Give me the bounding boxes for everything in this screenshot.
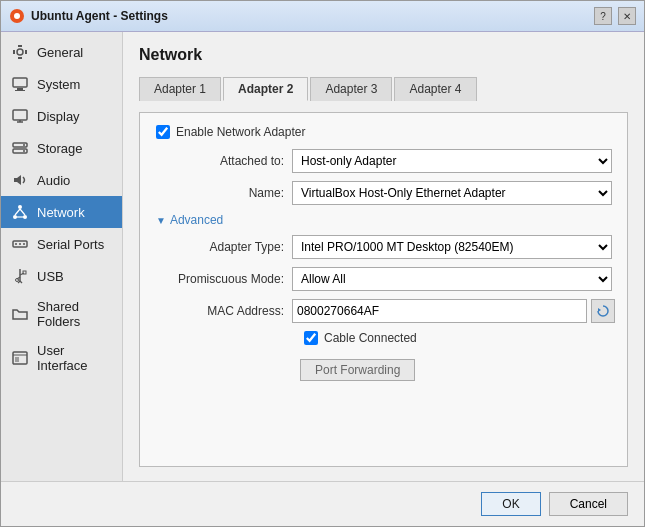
sidebar-item-storage[interactable]: Storage — [1, 132, 122, 164]
mac-address-input[interactable] — [292, 299, 587, 323]
promiscuous-mode-row: Promiscuous Mode: Deny Allow VMs Allow A… — [152, 267, 615, 291]
sidebar-item-usb-label: USB — [37, 269, 64, 284]
port-forwarding-button[interactable]: Port Forwarding — [300, 359, 415, 381]
sidebar-item-audio[interactable]: Audio — [1, 164, 122, 196]
main-content: General System — [1, 32, 644, 481]
svg-point-32 — [16, 279, 19, 282]
sidebar-item-network[interactable]: Network — [1, 196, 122, 228]
enable-adapter-row: Enable Network Adapter — [152, 125, 615, 139]
audio-icon — [11, 171, 29, 189]
sidebar: General System — [1, 32, 123, 481]
svg-rect-9 — [15, 90, 25, 91]
sidebar-item-system-label: System — [37, 77, 80, 92]
svg-point-1 — [14, 13, 20, 19]
tab-adapter2[interactable]: Adapter 2 — [223, 77, 308, 101]
sidebar-item-network-label: Network — [37, 205, 85, 220]
panel-title: Network — [139, 46, 628, 64]
sidebar-item-shared-folders[interactable]: Shared Folders — [1, 292, 122, 336]
sidebar-item-usb[interactable]: USB — [1, 260, 122, 292]
svg-marker-17 — [14, 175, 21, 185]
title-bar-text: Ubuntu Agent - Settings — [31, 9, 588, 23]
cable-connected-row: Cable Connected — [300, 331, 615, 345]
cable-connected-checkbox[interactable] — [304, 331, 318, 345]
arrow-down-icon: ▼ — [156, 215, 166, 226]
svg-rect-2 — [18, 45, 22, 47]
adapter-type-label: Adapter Type: — [152, 240, 292, 254]
help-button[interactable]: ? — [594, 7, 612, 25]
name-label: Name: — [152, 186, 292, 200]
enable-adapter-label: Enable Network Adapter — [176, 125, 305, 139]
svg-line-21 — [15, 209, 20, 215]
sidebar-item-general-label: General — [37, 45, 83, 60]
app-icon — [9, 8, 25, 24]
attached-to-label: Attached to: — [152, 154, 292, 168]
tab-content: Enable Network Adapter Attached to: Host… — [139, 112, 628, 467]
promiscuous-mode-label: Promiscuous Mode: — [152, 272, 292, 286]
network-icon — [11, 203, 29, 221]
tab-adapter3[interactable]: Adapter 3 — [310, 77, 392, 101]
svg-rect-30 — [23, 271, 26, 274]
svg-rect-8 — [17, 88, 23, 90]
storage-icon — [11, 139, 29, 157]
sidebar-item-display[interactable]: Display — [1, 100, 122, 132]
gear-icon — [11, 43, 29, 61]
svg-rect-37 — [15, 357, 19, 362]
advanced-label: Advanced — [170, 213, 223, 227]
refresh-mac-button[interactable] — [591, 299, 615, 323]
serial-icon — [11, 235, 29, 253]
footer: OK Cancel — [1, 481, 644, 526]
adapter-tabs: Adapter 1 Adapter 2 Adapter 3 Adapter 4 — [139, 76, 628, 100]
adapter-type-row: Adapter Type: Intel PRO/1000 MT Desktop … — [152, 235, 615, 259]
tab-adapter4[interactable]: Adapter 4 — [394, 77, 476, 101]
attached-to-row: Attached to: Host-only Adapter NAT Bridg… — [152, 149, 615, 173]
right-panel: Network Adapter 1 Adapter 2 Adapter 3 Ad… — [123, 32, 644, 481]
sidebar-item-display-label: Display — [37, 109, 80, 124]
svg-point-26 — [19, 243, 21, 245]
advanced-toggle[interactable]: ▼ Advanced — [152, 213, 615, 227]
attached-to-select[interactable]: Host-only Adapter NAT Bridged Adapter In… — [292, 149, 612, 173]
enable-adapter-checkbox[interactable] — [156, 125, 170, 139]
usb-icon — [11, 267, 29, 285]
mac-address-row: MAC Address: — [152, 299, 615, 323]
svg-point-18 — [18, 205, 22, 209]
display-icon — [11, 107, 29, 125]
cable-connected-label: Cable Connected — [324, 331, 417, 345]
settings-dialog: Ubuntu Agent - Settings ? ✕ General — [0, 0, 645, 527]
svg-point-15 — [23, 144, 25, 146]
sidebar-item-system[interactable]: System — [1, 68, 122, 100]
close-button[interactable]: ✕ — [618, 7, 636, 25]
svg-rect-10 — [13, 110, 27, 120]
sidebar-item-user-interface-label: User Interface — [37, 343, 112, 373]
sidebar-item-shared-folders-label: Shared Folders — [37, 299, 112, 329]
svg-point-27 — [23, 243, 25, 245]
name-row: Name: VirtualBox Host-Only Ethernet Adap… — [152, 181, 615, 205]
tab-adapter1[interactable]: Adapter 1 — [139, 77, 221, 101]
ui-icon — [11, 349, 29, 367]
mac-address-container — [292, 299, 615, 323]
system-icon — [11, 75, 29, 93]
sidebar-item-storage-label: Storage — [37, 141, 83, 156]
svg-point-25 — [15, 243, 17, 245]
mac-address-label: MAC Address: — [152, 304, 292, 318]
svg-point-16 — [23, 150, 25, 152]
svg-rect-3 — [18, 57, 22, 59]
cancel-button[interactable]: Cancel — [549, 492, 628, 516]
sidebar-item-serial-ports[interactable]: Serial Ports — [1, 228, 122, 260]
svg-line-34 — [20, 281, 22, 283]
sidebar-item-serial-ports-label: Serial Ports — [37, 237, 104, 252]
promiscuous-mode-select[interactable]: Deny Allow VMs Allow All — [292, 267, 612, 291]
sidebar-item-audio-label: Audio — [37, 173, 70, 188]
svg-point-6 — [17, 49, 23, 55]
ok-button[interactable]: OK — [481, 492, 540, 516]
folder-icon — [11, 305, 29, 323]
svg-rect-7 — [13, 78, 27, 87]
svg-rect-4 — [13, 50, 15, 54]
svg-line-22 — [20, 209, 25, 215]
sidebar-item-user-interface[interactable]: User Interface — [1, 336, 122, 380]
adapter-type-select[interactable]: Intel PRO/1000 MT Desktop (82540EM) — [292, 235, 612, 259]
svg-marker-38 — [598, 308, 601, 312]
name-select[interactable]: VirtualBox Host-Only Ethernet Adapter — [292, 181, 612, 205]
title-bar: Ubuntu Agent - Settings ? ✕ — [1, 1, 644, 32]
sidebar-item-general[interactable]: General — [1, 36, 122, 68]
svg-rect-5 — [25, 50, 27, 54]
